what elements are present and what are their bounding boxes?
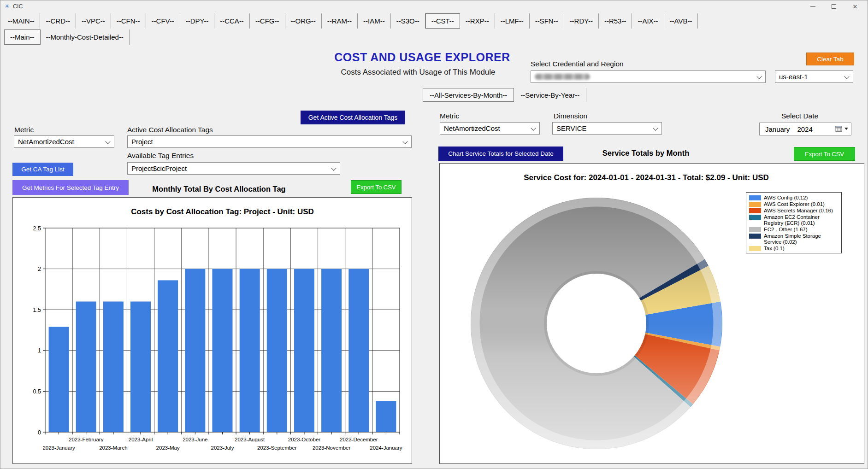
x-label-2023-august: 2023-August xyxy=(235,437,265,442)
get-metrics-for-selected-tag-entry-button[interactable]: Get Metrics For Selected Tag Entry xyxy=(12,180,129,195)
bar-2023-december xyxy=(348,269,369,432)
dimension-select[interactable]: SERVICE xyxy=(552,122,662,135)
date-month-value: January xyxy=(765,125,790,133)
tab-iam[interactable]: --IAM-- xyxy=(358,13,391,29)
x-label-2023-march: 2023-March xyxy=(99,445,127,451)
active-tags-select[interactable]: Project xyxy=(127,135,412,148)
bar-2023-march xyxy=(103,302,124,433)
get-ca-tag-list-button[interactable]: Get CA Tag List xyxy=(12,163,73,176)
tab-r53[interactable]: --R53-- xyxy=(599,13,632,29)
window-title: CIC xyxy=(13,3,23,10)
x-label-2023-december: 2023-December xyxy=(340,437,378,442)
clear-tab-button[interactable]: Clear Tab xyxy=(806,53,854,65)
metric-label-right: Metric xyxy=(440,112,459,120)
export-to-csv-button-left[interactable]: Export To CSV xyxy=(351,180,402,194)
chevron-down-icon xyxy=(756,74,762,79)
tab-cfv[interactable]: --CFV-- xyxy=(146,13,180,29)
tab-crd[interactable]: --CRD-- xyxy=(40,13,76,29)
date-picker[interactable]: January 2024 xyxy=(759,123,851,135)
legend-item-amazon-ec2-container-registry-ecr: Amazon EC2 Container Registry (ECR) (0.0… xyxy=(749,214,838,226)
svg-text:1.5: 1.5 xyxy=(33,307,41,313)
x-label-2023-april: 2023-April xyxy=(129,437,153,442)
legend-item-amazon-simple-storage-service: Amazon Simple Storage Service (0.02) xyxy=(749,233,838,245)
legend-label-aws-cost-explorer: AWS Cost Explorer (0.01) xyxy=(764,201,825,207)
bar-2023-august xyxy=(240,269,260,432)
bar-2023-april xyxy=(130,302,151,433)
credential-region-label: Select Credential and Region xyxy=(531,60,624,68)
pie-chart-title: Service Cost for: 2024-01-01 - 2024-01-3… xyxy=(524,173,769,182)
tab-s3o[interactable]: --S3O-- xyxy=(391,13,425,29)
legend-label-tax: Tax (0.1) xyxy=(764,246,785,252)
x-label-2024-january: 2024-January xyxy=(370,445,402,451)
sub-tab-bar: --Main----Monthly-Cost-Detailed-- xyxy=(4,29,130,45)
legend-item-tax: Tax (0.1) xyxy=(749,246,838,252)
tab-ram[interactable]: --RAM-- xyxy=(322,13,358,29)
tab-sfn[interactable]: --SFN-- xyxy=(530,13,564,29)
dropdown-arrow-icon xyxy=(844,128,848,130)
export-to-csv-button-right[interactable]: Export To CSV xyxy=(794,147,855,161)
credential-select[interactable] xyxy=(531,70,766,83)
chart-service-totals-button[interactable]: Chart Service Totals for Selected Date xyxy=(438,147,563,161)
legend-item-aws-config: AWS Config (0.12) xyxy=(749,195,838,201)
tab-monthly-cost-detailed[interactable]: --Monthly-Cost-Detailed-- xyxy=(41,29,130,45)
svg-text:1: 1 xyxy=(38,347,41,354)
legend-swatch-aws-config xyxy=(749,195,761,200)
tab-avb[interactable]: --AVB-- xyxy=(664,13,698,29)
page-title: COST AND USAGE EXPLORER xyxy=(295,51,549,64)
chevron-down-icon xyxy=(653,125,658,130)
svg-text:0: 0 xyxy=(38,429,41,436)
tab-rdy[interactable]: --RDY-- xyxy=(564,13,599,29)
legend-swatch-aws-secrets-manager xyxy=(749,208,761,213)
chevron-down-icon xyxy=(105,139,110,144)
tab-cst[interactable]: --CST-- xyxy=(425,13,460,29)
legend-item-aws-cost-explorer: AWS Cost Explorer (0.01) xyxy=(749,201,838,207)
tab-rxp[interactable]: --RXP-- xyxy=(460,13,495,29)
main-tab-bar: --MAIN----CRD----VPC----CFN----CFV----DP… xyxy=(2,13,698,29)
tab-vpc[interactable]: --VPC-- xyxy=(76,13,111,29)
calendar-dropdown[interactable] xyxy=(835,125,848,132)
metric-label-left: Metric xyxy=(14,126,34,134)
minimize-button[interactable] xyxy=(802,0,823,12)
app-icon: ✳ xyxy=(5,0,10,12)
tab-dpy[interactable]: --DPY-- xyxy=(180,13,214,29)
legend-swatch-aws-cost-explorer xyxy=(749,202,761,207)
tab-cfg[interactable]: --CFG-- xyxy=(250,13,285,29)
metric-value-right: NetAmortizedCost xyxy=(444,124,500,132)
x-label-2023-october: 2023-October xyxy=(288,437,320,442)
available-entries-select[interactable]: Project$cicProject xyxy=(127,162,340,175)
region-select[interactable]: us-east-1 xyxy=(775,70,853,83)
legend-swatch-tax xyxy=(749,246,761,251)
chevron-down-icon xyxy=(531,125,536,130)
metric-select-right[interactable]: NetAmortizedCost xyxy=(440,122,540,135)
tab-cca[interactable]: --CCA-- xyxy=(214,13,250,29)
tab-org[interactable]: --ORG-- xyxy=(285,13,322,29)
pie-legend: AWS Config (0.12)AWS Cost Explorer (0.01… xyxy=(746,192,842,253)
svg-text:2: 2 xyxy=(38,266,41,272)
x-label-2023-may: 2023-May xyxy=(156,445,180,451)
x-label-2023-november: 2023-November xyxy=(313,445,351,451)
dimension-value: SERVICE xyxy=(556,124,587,132)
tab-aix[interactable]: --AIX-- xyxy=(632,13,664,29)
maximize-button[interactable] xyxy=(823,0,844,12)
tab-cfn[interactable]: --CFN-- xyxy=(111,13,146,29)
metric-select-left[interactable]: NetAmortizedCost xyxy=(14,135,114,148)
close-button[interactable]: ✕ xyxy=(844,0,866,12)
window-controls: ✕ xyxy=(802,0,866,12)
tab-all-services-by-month[interactable]: --All-Services-By-Month-- xyxy=(423,88,514,102)
bar-2023-september xyxy=(267,269,287,432)
tab-main[interactable]: --MAIN-- xyxy=(2,13,40,29)
cic-app-window: ✳ CIC ✕ --MAIN----CRD----VPC----CFN----C… xyxy=(0,0,868,469)
legend-label-amazon-simple-storage-service: Amazon Simple Storage Service (0.02) xyxy=(764,233,838,245)
title-bar: ✳ CIC ✕ xyxy=(0,0,868,12)
tab-main[interactable]: --Main-- xyxy=(4,29,41,45)
tab-lmf[interactable]: --LMF-- xyxy=(495,13,530,29)
region-value: us-east-1 xyxy=(779,73,808,81)
bar-2023-july xyxy=(213,269,233,432)
x-label-2023-september: 2023-September xyxy=(257,445,297,451)
legend-label-ec2-other: EC2 - Other (1.67) xyxy=(764,227,808,233)
tab-service-by-year[interactable]: --Service-By-Year-- xyxy=(514,88,586,102)
bar-2023-may xyxy=(158,280,178,432)
get-active-cost-allocation-tags-button[interactable]: Get Active Cost Allocation Tags xyxy=(301,111,405,124)
legend-swatch-amazon-ec2-container-registry-ecr xyxy=(749,215,761,220)
bar-2023-october xyxy=(294,269,314,432)
